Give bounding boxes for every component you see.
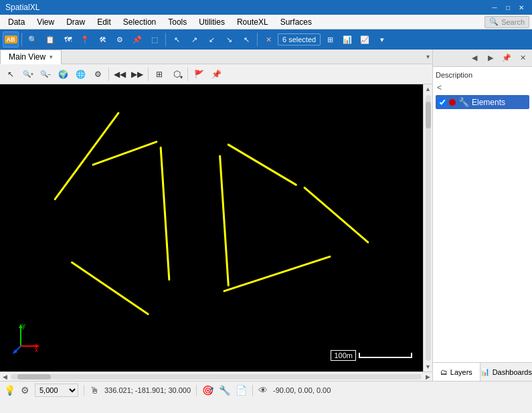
v-scroll-thumb[interactable] bbox=[426, 102, 431, 129]
rp-pin-btn[interactable]: 📌 bbox=[500, 52, 513, 65]
tb-cursor2-btn[interactable]: ↗ bbox=[186, 31, 202, 48]
svg-text:x: x bbox=[35, 346, 38, 353]
dashboards-tab-icon: 📊 bbox=[480, 367, 490, 376]
layer-row[interactable]: 🔧 Elements bbox=[436, 95, 529, 109]
it-globe2-btn[interactable]: 🌐 bbox=[72, 66, 88, 82]
search-label: Search bbox=[501, 18, 525, 26]
it-sep-2 bbox=[148, 68, 149, 81]
tb-cursor3-btn[interactable]: ↙ bbox=[203, 31, 219, 48]
tb-extra3-btn[interactable]: 📈 bbox=[357, 31, 373, 48]
toolbar-sep-2 bbox=[165, 33, 166, 46]
tb-tools-btn[interactable]: 🛠 bbox=[94, 31, 110, 48]
right-panel-toolbar: ◀ ▶ 📌 ✕ bbox=[433, 50, 532, 67]
tb-search-btn[interactable]: 🔍 bbox=[25, 31, 41, 48]
menu-utilities[interactable]: Utilities bbox=[193, 16, 230, 28]
view-tab-close-btn[interactable]: ▾ bbox=[50, 54, 53, 60]
menu-routexl[interactable]: RouteXL bbox=[232, 16, 274, 28]
scale-label: 100m bbox=[331, 350, 356, 361]
tb-map-btn[interactable]: 🗺 bbox=[60, 31, 76, 48]
layer-icon: 🔧 bbox=[458, 97, 469, 107]
menu-data[interactable]: Data bbox=[3, 16, 30, 28]
status-sep-2 bbox=[196, 385, 197, 396]
left-panel: Main View ▾ ▾ ↖ 🔍+ 🔍− 🌍 🌐 ⚙ ◀◀ ▶▶ ⊞ ⬡ ▾ … bbox=[0, 50, 433, 381]
tb-draw-btn[interactable]: ⬚ bbox=[147, 31, 163, 48]
status-sep-1 bbox=[84, 385, 84, 396]
tb-extra2-btn[interactable]: 📊 bbox=[339, 31, 355, 48]
tb-dropdown-btn[interactable]: ▾ bbox=[374, 31, 390, 48]
status-icon-2: ⚙ bbox=[21, 385, 29, 396]
main-view-tab[interactable]: Main View ▾ bbox=[0, 50, 62, 64]
rp-back-btn[interactable]: ◀ bbox=[468, 52, 481, 65]
view-tab-arrow[interactable]: ▾ bbox=[426, 53, 430, 60]
it-zoom-out-btn[interactable]: 🔍− bbox=[37, 66, 54, 82]
menu-draw[interactable]: Draw bbox=[61, 16, 90, 28]
layers-tab[interactable]: 🗂 Layers bbox=[433, 363, 480, 381]
close-btn[interactable]: ✕ bbox=[516, 2, 527, 13]
right-panel: ◀ ▶ 📌 ✕ Description < 🔧 Elements 🗂 Layer… bbox=[433, 50, 532, 381]
horizontal-scrollbar[interactable]: ◀ ▶ bbox=[0, 371, 432, 381]
layers-tab-label: Layers bbox=[450, 368, 472, 376]
tb-cursor4-btn[interactable]: ↘ bbox=[221, 31, 237, 48]
it-forward-btn[interactable]: ▶▶ bbox=[129, 66, 145, 82]
scroll-up-btn[interactable]: ▲ bbox=[424, 84, 433, 94]
it-settings-btn[interactable]: ⚙ bbox=[90, 66, 106, 82]
main-toolbar: AB 🔍 📋 🗺 📍 🛠 ⚙ 📌 ⬚ ↖ ↗ ↙ ↘ ↖ ✕ 6 selecte… bbox=[0, 29, 532, 50]
right-panel-content: Description < 🔧 Elements bbox=[433, 67, 532, 362]
minimize-btn[interactable]: ─ bbox=[489, 2, 500, 13]
tb-location-btn[interactable]: 📌 bbox=[129, 31, 145, 48]
dashboards-tab-label: Dashboards bbox=[493, 368, 532, 376]
rp-close-btn[interactable]: ✕ bbox=[516, 52, 529, 65]
middle-area: Main View ▾ ▾ ↖ 🔍+ 🔍− 🌍 🌐 ⚙ ◀◀ ▶▶ ⊞ ⬡ ▾ … bbox=[0, 50, 532, 381]
view-direction-text: -90.00, 0.00, 0.00 bbox=[273, 386, 331, 394]
vertical-scrollbar[interactable]: ▲ ▼ bbox=[423, 84, 432, 371]
zoom-select[interactable]: 1,000 2,500 5,000 10,000 25,000 50,000 bbox=[35, 384, 78, 397]
h-scroll-track[interactable] bbox=[11, 374, 422, 380]
it-select-btn[interactable]: ↖ bbox=[3, 66, 19, 82]
tb-delete-btn[interactable]: ✕ bbox=[260, 31, 276, 48]
it-globe1-btn[interactable]: 🌍 bbox=[55, 66, 71, 82]
status-icon-1: 💡 bbox=[4, 385, 15, 396]
h-scroll-thumb[interactable] bbox=[17, 374, 51, 380]
tb-route-btn[interactable]: 📍 bbox=[77, 31, 93, 48]
title-bar-controls: ─ □ ✕ bbox=[489, 2, 527, 13]
menu-edit[interactable]: Edit bbox=[92, 16, 116, 28]
scroll-down-btn[interactable]: ▼ bbox=[424, 362, 433, 371]
it-flag-btn[interactable]: 🚩 bbox=[191, 66, 207, 82]
scale-bar: 100m bbox=[331, 350, 412, 361]
menu-bar: Data View Draw Edit Selection Tools Util… bbox=[0, 15, 532, 29]
it-layers-btn[interactable]: ⬡ ▾ bbox=[169, 66, 185, 82]
tool-icon: 🔧 bbox=[219, 385, 230, 396]
menu-view[interactable]: View bbox=[31, 16, 60, 28]
tb-extra1-btn[interactable]: ⊞ bbox=[322, 31, 338, 48]
menu-tools[interactable]: Tools bbox=[163, 16, 192, 28]
selection-count-badge: 6 selected bbox=[278, 33, 321, 46]
layer-back-btn[interactable]: < bbox=[436, 82, 529, 94]
menu-surfaces[interactable]: Surfaces bbox=[275, 16, 317, 28]
tb-cursor5-btn[interactable]: ↖ bbox=[238, 31, 254, 48]
layer-color-dot bbox=[449, 99, 456, 106]
title-bar: SpatialXL ─ □ ✕ bbox=[0, 0, 532, 15]
maximize-btn[interactable]: □ bbox=[503, 2, 513, 13]
selection-count-text: 6 selected bbox=[282, 35, 316, 44]
scroll-right-btn[interactable]: ▶ bbox=[423, 372, 432, 382]
rp-forward-btn[interactable]: ▶ bbox=[484, 52, 497, 65]
map-canvas[interactable]: 100m y x bbox=[0, 84, 423, 371]
menu-selection[interactable]: Selection bbox=[118, 16, 161, 28]
coordinates-text: 336.021; -181.901; 30.000 bbox=[104, 386, 191, 394]
logo-button[interactable]: AB bbox=[3, 31, 19, 48]
it-grid-btn[interactable]: ⊞ bbox=[151, 66, 167, 82]
tb-cursor-btn[interactable]: ↖ bbox=[169, 31, 185, 48]
layer-visibility-checkbox[interactable] bbox=[438, 98, 446, 106]
toolbar-sep-1 bbox=[21, 33, 22, 46]
it-zoom-in-btn[interactable]: 🔍+ bbox=[20, 66, 36, 82]
layers-tab-icon: 🗂 bbox=[440, 368, 448, 376]
tb-settings-btn[interactable]: ⚙ bbox=[112, 31, 128, 48]
tb-layers-btn[interactable]: 📋 bbox=[42, 31, 58, 48]
it-sep-3 bbox=[187, 68, 188, 81]
v-scroll-track[interactable] bbox=[426, 95, 431, 361]
dashboards-tab[interactable]: 📊 Dashboards bbox=[480, 363, 532, 381]
it-sep-1 bbox=[108, 68, 109, 81]
it-pin-btn[interactable]: 📌 bbox=[208, 66, 224, 82]
it-back-btn[interactable]: ◀◀ bbox=[112, 66, 128, 82]
scroll-left-btn[interactable]: ◀ bbox=[0, 372, 9, 382]
